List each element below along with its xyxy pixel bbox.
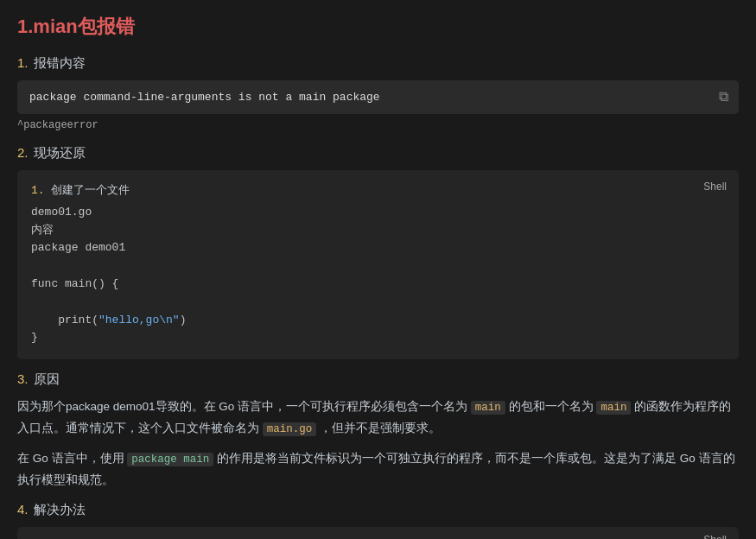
page-title: 1.mian包报错 bbox=[17, 14, 739, 40]
inline-code-pkg-main: package main bbox=[127, 453, 213, 466]
code-line-6: } bbox=[31, 329, 725, 347]
step-line: 1. 创建了一个文件 bbox=[31, 182, 725, 200]
code-line-2: 内容 bbox=[31, 222, 725, 240]
step-num: 1. bbox=[31, 184, 45, 197]
inline-code-main1: main bbox=[471, 401, 505, 415]
section-3: 3.原因 因为那个package demo01导致的。在 Go 语言中，一个可执… bbox=[17, 371, 739, 490]
prose-1: 因为那个package demo01导致的。在 Go 语言中，一个可执行程序必须… bbox=[17, 396, 739, 440]
solution-shell-label: Shell bbox=[703, 534, 727, 539]
copy-icon[interactable]: ⧉ bbox=[719, 89, 728, 105]
section-2: 2.现场还原 Shell 1. 创建了一个文件 demo01.go 内容 pac… bbox=[17, 145, 739, 359]
code-line-5: print("hello,go\n") bbox=[31, 312, 725, 330]
scene-code-block: Shell 1. 创建了一个文件 demo01.go 内容 package de… bbox=[17, 170, 739, 359]
section-3-num: 3. bbox=[17, 371, 29, 386]
code-line-blank-1 bbox=[31, 257, 725, 276]
section-3-heading: 3.原因 bbox=[17, 371, 739, 388]
solution-code-block: Shell package demo01 改成 package main CSD… bbox=[17, 527, 739, 539]
code-line-blank-2 bbox=[31, 294, 725, 312]
step-text: 创建了一个文件 bbox=[51, 184, 130, 197]
inline-code-maingo: main.go bbox=[263, 422, 317, 436]
error-label: ^packageerror bbox=[17, 119, 739, 131]
section-2-heading: 2.现场还原 bbox=[17, 145, 739, 162]
section-1: 1.报错内容 package command-line-arguments is… bbox=[17, 55, 739, 131]
code-line-4: func main() { bbox=[31, 276, 725, 294]
section-1-heading: 1.报错内容 bbox=[17, 55, 739, 72]
error-code-block: package command-line-arguments is not a … bbox=[17, 80, 739, 114]
section-4-num: 4. bbox=[17, 502, 29, 517]
inline-code-main2: main bbox=[596, 401, 631, 415]
section-4-heading: 4.解决办法 bbox=[17, 502, 739, 518]
section-4: 4.解决办法 Shell package demo01 改成 package m… bbox=[17, 502, 739, 539]
shell-label: Shell bbox=[703, 179, 727, 195]
section-1-num: 1. bbox=[17, 55, 29, 70]
code-line-3: package demo01 bbox=[31, 239, 725, 257]
section-2-num: 2. bbox=[17, 145, 29, 160]
error-code-text: package command-line-arguments is not a … bbox=[29, 91, 380, 104]
code-line-1: demo01.go bbox=[31, 204, 725, 222]
prose-2: 在 Go 语言中，使用 package main 的作用是将当前文件标识为一个可… bbox=[17, 448, 739, 491]
